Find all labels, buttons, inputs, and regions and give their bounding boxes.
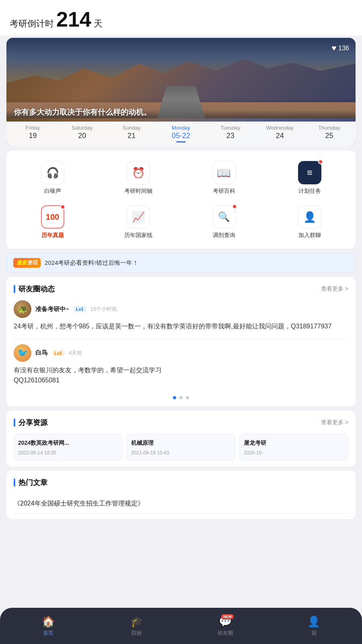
profile-icon: 👤: [307, 615, 320, 628]
nav-item-profile[interactable]: 👤 我: [294, 615, 334, 637]
resource-card-3[interactable]: 屠龙考研 2020-10-: [239, 434, 348, 461]
quick-item-tasks[interactable]: ≡ 计划任务: [267, 157, 352, 201]
resources-more-button[interactable]: 查看更多 >: [321, 419, 348, 426]
level-badge-1: Lv1: [73, 306, 86, 312]
hot-articles-section: 热门文章 《2024年全国硕士研究生招生工作管理规定》: [6, 471, 356, 519]
countdown-bar: 考研倒计时 214 天: [0, 0, 362, 35]
quick-label-wiki: 考研百科: [213, 188, 235, 195]
quick-item-noise[interactable]: 🎧 白噪声: [10, 157, 95, 201]
quick-label-noise: 白噪声: [44, 188, 61, 195]
quick-item-group-chat[interactable]: 👤 加入群聊: [267, 201, 352, 246]
date-day-num: 24: [276, 132, 284, 140]
post-divider: [14, 339, 348, 339]
nav-label-college: 院校: [132, 630, 142, 637]
quick-label-group-chat: 加入群聊: [298, 232, 321, 239]
date-day-name: Tuesday: [220, 125, 240, 131]
resource-date-3: 2020-10-: [244, 450, 344, 456]
date-item-tuesday[interactable]: Tuesday 23: [212, 125, 249, 142]
date-day-num: 23: [226, 132, 234, 140]
resource-card-2[interactable]: 机械原理 2021-08-19 10:43: [127, 434, 236, 461]
post-meta-2: 🐦 白鸟 Lv2 4天前: [14, 344, 348, 362]
nav-label-home: 首页: [43, 630, 53, 637]
papers-badge: [60, 204, 65, 209]
hot-articles-section-header: 热门文章: [14, 478, 348, 487]
resource-card-1[interactable]: 2024数英政考研网... 2023-05-14 18:20: [14, 434, 123, 461]
quick-item-wiki[interactable]: 📖 考研百科: [181, 157, 267, 201]
resource-title-1: 2024数英政考研网...: [18, 439, 118, 447]
hot-articles-title: 热门文章: [14, 478, 47, 487]
dot-2: [179, 396, 183, 399]
post-content-1: 24考研，杭州，想考个985，应该是英一数一，有没有数学英语好的带带我啊,最好能…: [14, 321, 348, 332]
quick-label-tasks: 计划任务: [298, 188, 321, 195]
quick-item-national-line[interactable]: 📈 历年国家线: [95, 201, 181, 246]
date-day-num: 20: [78, 132, 86, 140]
college-icon: 🎓: [130, 615, 143, 628]
resource-date-1: 2023-05-14 18:20: [18, 450, 118, 456]
level-badge-2: Lv2: [51, 350, 65, 356]
nav-item-college[interactable]: 🎓 院校: [117, 615, 157, 637]
quick-item-timeline[interactable]: ⏰ 考研时间轴: [95, 157, 181, 201]
post-time-1: 15个小时前: [90, 305, 117, 313]
hot-article-title-1: 《2024年全国硕士研究生招生工作管理规定》: [14, 499, 348, 508]
social-badge-wrap: 💬 NEW: [219, 615, 232, 628]
nav-item-social[interactable]: 💬 NEW 研友圈: [205, 615, 245, 637]
date-item-sunday[interactable]: Sunday 21: [113, 125, 150, 142]
quick-item-past-papers[interactable]: 100 历年真题: [10, 201, 95, 246]
avatar-inner-1: 🐢: [14, 300, 31, 318]
quick-item-transfer[interactable]: 🔍 调剂查询: [181, 201, 267, 246]
100-text: 100: [46, 213, 59, 221]
date-item-saturday[interactable]: Saturday 20: [64, 125, 100, 142]
heart-icon: ♥: [331, 43, 336, 53]
chart-icon: 📈: [127, 205, 150, 229]
post-author-2: 白鸟: [35, 349, 47, 357]
clock-icon: ⏰: [127, 161, 150, 184]
resource-title-2: 机械原理: [131, 439, 231, 447]
hot-article-1[interactable]: 《2024年全国硕士研究生招生工作管理规定》: [14, 494, 348, 514]
news-content: 2024考研必看资料!错过后悔一年！: [45, 259, 138, 267]
countdown-number: 214: [56, 7, 91, 31]
home-icon: 🏠: [42, 615, 55, 628]
avatar-2: 🐦: [14, 344, 31, 362]
resources-section-title: 分享资源: [14, 418, 47, 427]
social-new-badge: NEW: [221, 614, 234, 619]
avatar-1: 🐢: [14, 300, 31, 318]
avatar-inner-2: 🐦: [14, 344, 31, 362]
date-day-num: 25: [325, 132, 333, 140]
date-item-thursday[interactable]: Thursday 25: [311, 125, 347, 142]
date-item-friday[interactable]: Friday 19: [14, 125, 51, 142]
list-icon: ≡: [298, 161, 321, 184]
100-icon: 100: [41, 205, 64, 229]
countdown-prefix: 考研倒计时: [10, 18, 54, 30]
post-item-2: 🐦 白鸟 Lv2 4天前 有没有在银川的友友，考数学的，希望一起交流学习QQ12…: [14, 344, 348, 386]
resource-grid: 2024数英政考研网... 2023-05-14 18:20 机械原理 2021…: [14, 434, 348, 461]
date-day-name: Friday: [25, 125, 40, 131]
quick-label-timeline: 考研时间轴: [124, 188, 152, 195]
social-section-title: 研友圈动态: [14, 284, 55, 294]
banner-like[interactable]: ♥ 136: [331, 43, 349, 53]
nav-item-home[interactable]: 🏠 首页: [28, 615, 68, 637]
news-banner[interactable]: 最新资讯 2024考研必看资料!错过后悔一年！: [6, 253, 356, 273]
quick-label-transfer: 调剂查询: [213, 232, 235, 239]
tasks-badge: [318, 159, 323, 164]
banner-quote: 你有多大动力取决于你有什么样的动机。: [14, 107, 348, 118]
bottom-nav: 🏠 首页 🎓 院校 💬 NEW 研友圈 👤 我: [0, 608, 362, 644]
post-time-2: 4天前: [69, 349, 82, 357]
dot-1: [173, 396, 176, 399]
date-day-num: 19: [29, 132, 37, 140]
post-item-1: 🐢 准备考研中~ Lv1 15个小时前 24考研，杭州，想考个985，应该是英一…: [14, 300, 348, 332]
date-day-name: Saturday: [72, 125, 93, 131]
social-more-button[interactable]: 查看更多 >: [321, 285, 348, 293]
date-item-monday[interactable]: Monday 05-22: [163, 125, 199, 142]
post-author-1: 准备考研中~: [35, 305, 69, 313]
post-meta-1: 🐢 准备考研中~ Lv1 15个小时前: [14, 300, 348, 318]
resource-title-3: 屠龙考研: [244, 439, 344, 447]
date-item-wednesday[interactable]: Wednesday 24: [262, 125, 298, 142]
book-icon: 📖: [212, 161, 236, 184]
date-day-num: 05-22: [172, 132, 190, 142]
date-day-name: Thursday: [318, 125, 340, 131]
date-day-name: Monday: [172, 125, 190, 131]
date-row: Friday 19 Saturday 20 Sunday 21 Monday 0…: [6, 122, 356, 147]
post-content-2: 有没有在银川的友友，考数学的，希望一起交流学习QQ1261065081: [14, 365, 348, 386]
nav-label-profile: 我: [311, 630, 317, 637]
quick-label-papers: 历年真题: [41, 232, 64, 239]
